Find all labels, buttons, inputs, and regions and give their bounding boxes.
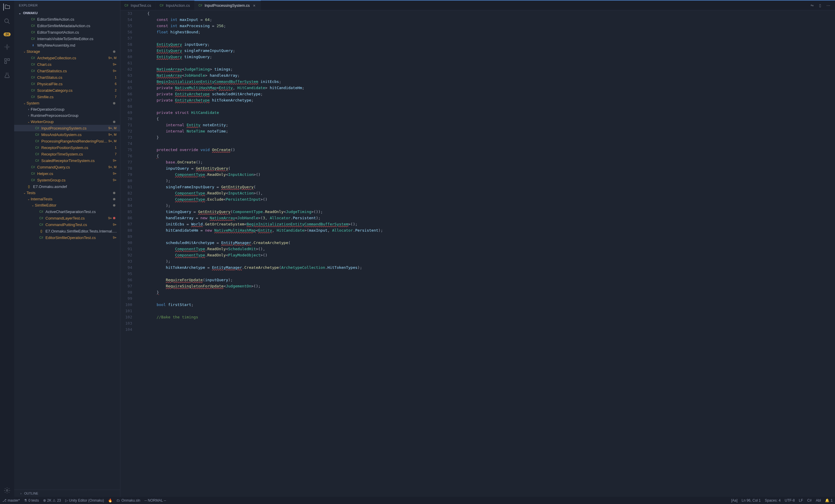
fire-icon[interactable]: 🔥 (108, 498, 113, 503)
app-root: 24 EXPLORER ⌄ ONMAKU C#EditorSimfileActi… (0, 0, 835, 504)
settings-icon[interactable] (3, 487, 11, 494)
section-label: ONMAKU (23, 11, 38, 15)
tree-item[interactable]: ⌄Tests (14, 190, 120, 196)
debug-target[interactable]: ▷ Unity Editor (Onmaku) (65, 498, 104, 503)
tree-item[interactable]: C#MissAndAutoSystem.cs9+, M (14, 131, 120, 138)
tree-item[interactable]: C#EditorSimfileAction.cs (14, 16, 120, 22)
scm-badge: 24 (3, 33, 10, 36)
tree-item[interactable]: ⌄WorkerGroup (14, 119, 120, 125)
language-status[interactable]: C# (807, 498, 812, 503)
tree-item[interactable]: C#EditorSimfileMetadataAction.cs (14, 22, 120, 29)
tabs-container: C#InputTest.csC#InputAction.csC#InputPro… (120, 1, 261, 10)
tab-bar: C#InputTest.csC#InputAction.csC#InputPro… (120, 1, 835, 10)
tree-item[interactable]: C#ArchetypeCollection.cs9+, M (14, 55, 120, 61)
tree-item[interactable]: C#Helper.cs9+ (14, 170, 120, 177)
editor-area: C#InputTest.csC#InputAction.csC#InputPro… (120, 1, 835, 497)
editor-content: 3354555657585960616263646566676869707172… (120, 10, 835, 497)
close-icon[interactable]: × (252, 3, 257, 8)
activity-bar: 24 (0, 1, 14, 497)
branch-status[interactable]: ⎇ master* (2, 498, 20, 503)
debug-icon[interactable] (3, 43, 11, 51)
status-bar: ⎇ master* ⚗ 0 tests ⊗ 2K ⚠ 23 ▷ Unity Ed… (0, 497, 835, 504)
tree-item[interactable]: C#EditorTransportAction.cs (14, 29, 120, 35)
sidebar-section[interactable]: ⌄ ONMAKU (14, 10, 120, 16)
tree-item[interactable]: C#Chart.cs9+ (14, 61, 120, 67)
notifications[interactable]: 🔔 1 (825, 498, 833, 503)
file-tree[interactable]: C#EditorSimfileAction.csC#EditorSimfileM… (14, 16, 120, 489)
tree-item[interactable]: C#CommandLayerTest.cs9+ (14, 215, 120, 221)
svg-point-0 (5, 19, 8, 23)
tree-item[interactable]: C#ActiveChartSeparationTest.cs (14, 208, 120, 215)
tree-item[interactable]: C#ReceptorPositionSystem.cs1 (14, 144, 120, 151)
sidebar: EXPLORER ⌄ ONMAKU C#EditorSimfileAction.… (14, 1, 120, 497)
extensions-icon[interactable] (3, 58, 11, 65)
compare-icon[interactable]: ⇋ (811, 3, 814, 8)
errors-status[interactable]: ⊗ 2K ⚠ 23 (43, 498, 61, 503)
tree-item[interactable]: C#CommandPuttingTest.cs9+ (14, 221, 120, 228)
tree-item[interactable]: C#InputProcessingSystem.cs9+, M (14, 125, 120, 131)
tree-item[interactable]: C#CommandQuery.cs9+, M (14, 164, 120, 170)
tab-actions: ⇋ ▯ ⋯ (811, 3, 835, 8)
tree-item[interactable]: C#ReceptorTimeSystem.cs7 (14, 151, 120, 157)
indent-status[interactable]: Spaces: 4 (765, 498, 780, 503)
tree-item[interactable]: C#ProcessingRangeAndRenderingPositio...9… (14, 138, 120, 144)
editor-tab[interactable]: C#InputTest.cs (120, 1, 156, 10)
encoding-status[interactable]: UTF-8 (785, 498, 795, 503)
tree-item[interactable]: ⬇WhyNewAssembly.md (14, 42, 120, 48)
search-icon[interactable] (3, 18, 11, 25)
split-icon[interactable]: ▯ (819, 3, 821, 8)
tree-item[interactable]: C#InternalsVisibleToSimfileEditor.cs (14, 35, 120, 42)
editor-tab[interactable]: C#InputProcessingSystem.cs× (195, 1, 261, 10)
tree-item[interactable]: {}E7.Onmaku.SimfileEditor.Tests.Internal… (14, 228, 120, 234)
outline-section[interactable]: › OUTLINE (14, 489, 120, 497)
tree-item[interactable]: C#ChartStatus.cs1 (14, 74, 120, 81)
tree-item[interactable]: ›RuntimePreprocessorGroup (14, 113, 120, 119)
status-left: ⎇ master* ⚗ 0 tests ⊗ 2K ⚠ 23 ▷ Unity Ed… (2, 498, 166, 503)
tree-item[interactable]: {}E7.Onmaku.asmdef (14, 183, 120, 190)
tests-status[interactable]: ⚗ 0 tests (24, 498, 39, 503)
case-mode[interactable]: [Aa] (731, 498, 737, 503)
line-gutter: 3354555657585960616263646566676869707172… (120, 10, 136, 497)
vim-mode: -- NORMAL -- (144, 498, 166, 503)
explorer-icon[interactable] (3, 3, 10, 11)
svg-rect-4 (5, 62, 6, 63)
test-icon[interactable] (3, 72, 11, 79)
tree-item[interactable]: ⌄InternalTests (14, 196, 120, 202)
svg-point-5 (6, 489, 8, 491)
tree-item[interactable]: ⌄System (14, 100, 120, 106)
editor-tab[interactable]: C#InputAction.cs (156, 1, 194, 10)
tree-item[interactable]: C#SystemGroup.cs9+ (14, 177, 120, 183)
abl-status[interactable]: Abl (816, 498, 821, 503)
main-layout: 24 EXPLORER ⌄ ONMAKU C#EditorSimfileActi… (0, 1, 835, 497)
tree-item[interactable]: ⌄SimfileEditor (14, 202, 120, 208)
chevron-right-icon: › (19, 492, 23, 495)
code-area[interactable]: { const int maxInput = 64; const int max… (136, 10, 835, 497)
solution-file[interactable]: 🗀 Onmaku.sln (117, 498, 140, 503)
svg-rect-2 (5, 59, 6, 60)
svg-rect-3 (8, 59, 9, 60)
tree-item[interactable]: C#EditorSimfileOperationTest.cs9+ (14, 234, 120, 241)
tree-item[interactable]: C#ScaledReceptorTimeSystem.cs9+ (14, 157, 120, 164)
tree-item[interactable]: ›FileOperationGroup (14, 106, 120, 113)
tree-item[interactable]: C#Simfile.cs7 (14, 94, 120, 100)
more-icon[interactable]: ⋯ (827, 3, 830, 8)
tree-item[interactable]: C#ChartStatistics.cs9+ (14, 67, 120, 74)
tree-item[interactable]: C#PhysicalFile.cs6 (14, 81, 120, 87)
svg-point-1 (6, 46, 8, 48)
scm-badge-wrapper[interactable]: 24 (3, 32, 10, 36)
tree-item[interactable]: ⌄Storage (14, 48, 120, 55)
tree-item[interactable]: C#ScorableCategory.cs2 (14, 87, 120, 94)
eol-status[interactable]: LF (799, 498, 803, 503)
outline-label: OUTLINE (24, 491, 38, 495)
status-right: [Aa] Ln 96, Col 1 Spaces: 4 UTF-8 LF C# … (731, 498, 833, 503)
cursor-position[interactable]: Ln 96, Col 1 (742, 498, 761, 503)
sidebar-header: EXPLORER (14, 1, 120, 10)
chevron-down-icon: ⌄ (18, 12, 22, 15)
